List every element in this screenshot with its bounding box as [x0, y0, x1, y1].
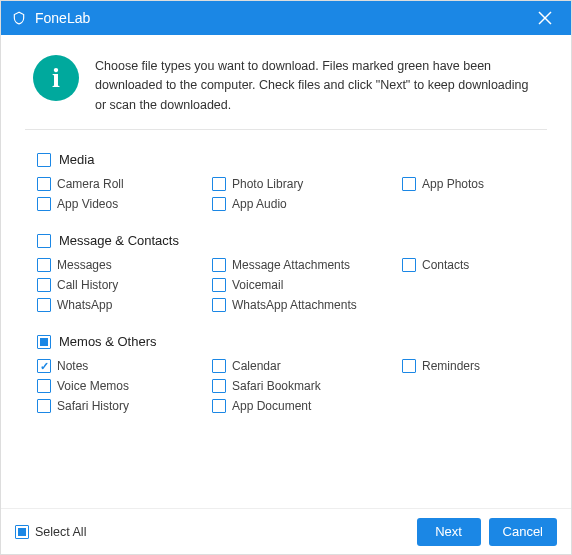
label-photo-library: Photo Library	[232, 177, 303, 191]
label-safari-history: Safari History	[57, 399, 129, 413]
item-contacts[interactable]: Contacts	[402, 258, 535, 272]
category-checkbox-memos-others[interactable]	[37, 335, 51, 349]
category-header-message-contacts[interactable]: Message & Contacts	[37, 233, 535, 248]
item-safari-bookmark[interactable]: Safari Bookmark	[212, 379, 402, 393]
item-voicemail[interactable]: Voicemail	[212, 278, 402, 292]
item-whatsapp-attachments[interactable]: WhatsApp Attachments	[212, 298, 402, 312]
label-app-document: App Document	[232, 399, 311, 413]
checkbox-app-document[interactable]	[212, 399, 226, 413]
checkbox-whatsapp-attachments[interactable]	[212, 298, 226, 312]
checkbox-whatsapp[interactable]	[37, 298, 51, 312]
label-camera-roll: Camera Roll	[57, 177, 124, 191]
item-calendar[interactable]: Calendar	[212, 359, 402, 373]
checkbox-voice-memos[interactable]	[37, 379, 51, 393]
label-messages: Messages	[57, 258, 112, 272]
item-photo-library[interactable]: Photo Library	[212, 177, 402, 191]
checkbox-safari-bookmark[interactable]	[212, 379, 226, 393]
cancel-button[interactable]: Cancel	[489, 518, 557, 546]
checkbox-calendar[interactable]	[212, 359, 226, 373]
label-voice-memos: Voice Memos	[57, 379, 129, 393]
info-icon: i	[33, 55, 79, 101]
label-contacts: Contacts	[422, 258, 469, 272]
select-all-label: Select All	[35, 525, 86, 539]
label-whatsapp: WhatsApp	[57, 298, 112, 312]
select-all-checkbox[interactable]	[15, 525, 29, 539]
checkbox-contacts[interactable]	[402, 258, 416, 272]
spacer	[402, 379, 535, 393]
app-window: FoneLab i Choose file types you want to …	[0, 0, 572, 555]
close-icon	[537, 10, 553, 26]
label-voicemail: Voicemail	[232, 278, 283, 292]
item-voice-memos[interactable]: Voice Memos	[37, 379, 212, 393]
label-safari-bookmark: Safari Bookmark	[232, 379, 321, 393]
item-app-photos[interactable]: App Photos	[402, 177, 535, 191]
checkbox-safari-history[interactable]	[37, 399, 51, 413]
category-memos-others: Memos & OthersNotesCalendarRemindersVoic…	[37, 334, 535, 413]
label-notes: Notes	[57, 359, 88, 373]
category-checkbox-media[interactable]	[37, 153, 51, 167]
label-app-photos: App Photos	[422, 177, 484, 191]
close-button[interactable]	[529, 2, 561, 34]
category-message-contacts: Message & ContactsMessagesMessage Attach…	[37, 233, 535, 312]
item-call-history[interactable]: Call History	[37, 278, 212, 292]
checkbox-photo-library[interactable]	[212, 177, 226, 191]
checkbox-voicemail[interactable]	[212, 278, 226, 292]
content-area: i Choose file types you want to download…	[1, 35, 571, 508]
category-items-memos-others: NotesCalendarRemindersVoice MemosSafari …	[37, 359, 535, 413]
category-title-message-contacts: Message & Contacts	[59, 233, 179, 248]
category-title-memos-others: Memos & Others	[59, 334, 157, 349]
categories-list: MediaCamera RollPhoto LibraryApp PhotosA…	[25, 152, 547, 413]
checkbox-call-history[interactable]	[37, 278, 51, 292]
app-icon	[11, 10, 27, 26]
checkbox-messages[interactable]	[37, 258, 51, 272]
item-camera-roll[interactable]: Camera Roll	[37, 177, 212, 191]
item-app-videos[interactable]: App Videos	[37, 197, 212, 211]
label-message-attachments: Message Attachments	[232, 258, 350, 272]
category-media: MediaCamera RollPhoto LibraryApp PhotosA…	[37, 152, 535, 211]
spacer	[402, 278, 535, 292]
item-reminders[interactable]: Reminders	[402, 359, 535, 373]
checkbox-camera-roll[interactable]	[37, 177, 51, 191]
checkbox-reminders[interactable]	[402, 359, 416, 373]
select-all-row[interactable]: Select All	[15, 525, 86, 539]
checkbox-app-photos[interactable]	[402, 177, 416, 191]
label-reminders: Reminders	[422, 359, 480, 373]
category-checkbox-message-contacts[interactable]	[37, 234, 51, 248]
category-title-media: Media	[59, 152, 94, 167]
category-items-message-contacts: MessagesMessage AttachmentsContactsCall …	[37, 258, 535, 312]
category-header-memos-others[interactable]: Memos & Others	[37, 334, 535, 349]
checkbox-notes[interactable]	[37, 359, 51, 373]
footer: Select All Next Cancel	[1, 508, 571, 554]
item-safari-history[interactable]: Safari History	[37, 399, 212, 413]
label-call-history: Call History	[57, 278, 118, 292]
checkbox-message-attachments[interactable]	[212, 258, 226, 272]
item-notes[interactable]: Notes	[37, 359, 212, 373]
checkbox-app-audio[interactable]	[212, 197, 226, 211]
intro-section: i Choose file types you want to download…	[25, 53, 547, 130]
checkbox-app-videos[interactable]	[37, 197, 51, 211]
category-items-media: Camera RollPhoto LibraryApp PhotosApp Vi…	[37, 177, 535, 211]
label-app-videos: App Videos	[57, 197, 118, 211]
window-title: FoneLab	[35, 10, 529, 26]
item-messages[interactable]: Messages	[37, 258, 212, 272]
item-app-document[interactable]: App Document	[212, 399, 402, 413]
intro-text: Choose file types you want to download. …	[95, 53, 547, 115]
label-whatsapp-attachments: WhatsApp Attachments	[232, 298, 357, 312]
item-whatsapp[interactable]: WhatsApp	[37, 298, 212, 312]
label-app-audio: App Audio	[232, 197, 287, 211]
item-app-audio[interactable]: App Audio	[212, 197, 402, 211]
titlebar: FoneLab	[1, 1, 571, 35]
category-header-media[interactable]: Media	[37, 152, 535, 167]
label-calendar: Calendar	[232, 359, 281, 373]
item-message-attachments[interactable]: Message Attachments	[212, 258, 402, 272]
next-button[interactable]: Next	[417, 518, 481, 546]
